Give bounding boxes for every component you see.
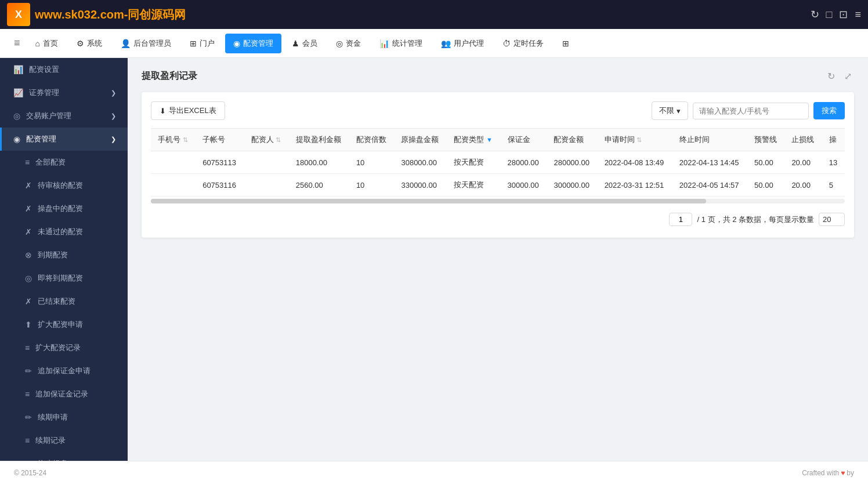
funds-icon: ◎	[336, 39, 343, 48]
sidebar-item-add-margin-records[interactable]: ≡ 追加保证金记录	[0, 383, 128, 406]
sidebar-allocation-mgmt-label: 配资管理	[26, 134, 56, 144]
securities-icon: 📈	[13, 88, 23, 97]
crafted-text: Crafted with	[802, 469, 839, 477]
nav-hamburger[interactable]: ≡	[9, 37, 25, 49]
stats-icon: 📊	[379, 39, 389, 48]
sidebar-item-renewal-records[interactable]: ≡ 续期记录	[0, 429, 128, 452]
refresh-page-icon[interactable]: ↻	[825, 70, 837, 83]
col-apply-time[interactable]: 申请时间 ⇅	[598, 129, 672, 151]
sidebar-item-trading[interactable]: ✗ 操盘中的配资	[0, 197, 128, 220]
nav-system-label: 系统	[87, 38, 102, 49]
toolbar-right: 不限 ▾ 搜索	[652, 101, 845, 120]
sidebar-item-stop-trading[interactable]: ⊣ 终止操盘	[0, 452, 128, 461]
col-leverage: 配资倍数	[349, 129, 395, 151]
search-input[interactable]	[693, 103, 809, 119]
sidebar-item-all-allocation[interactable]: ≡ 全部配资	[0, 151, 128, 174]
sidebar: 📊 配资设置 📈 证券管理 ❯ ◎ 交易账户管理 ❯ ◉ 配资管理 ❯ ≡ 全部…	[0, 58, 128, 461]
col-phone[interactable]: 手机号 ⇅	[151, 129, 196, 151]
scrollbar-thumb	[151, 199, 706, 203]
dropdown-arrow-icon: ▾	[677, 107, 681, 115]
table-cell: 330000.00	[394, 174, 447, 196]
page-size-input[interactable]	[819, 213, 845, 226]
nav-item-system[interactable]: ⚙ 系统	[68, 34, 110, 53]
table-cell	[151, 151, 196, 174]
pagination: / 1 页，共 2 条数据，每页显示数量	[151, 206, 845, 228]
export-excel-button[interactable]: ⬇ 导出EXCEL表	[151, 101, 225, 120]
refresh-icon[interactable]: ↻	[811, 8, 819, 21]
nav-item-home[interactable]: ⌂ 首页	[27, 34, 66, 53]
system-icon: ⚙	[77, 39, 84, 48]
sidebar-add-margin-records-label: 追加保证金记录	[35, 389, 88, 399]
sidebar-item-ended[interactable]: ✗ 已结束配资	[0, 290, 128, 313]
allocator-sort-icon: ⇅	[276, 136, 281, 143]
sidebar-item-expand-records[interactable]: ≡ 扩大配资记录	[0, 336, 128, 359]
nav-item-stats[interactable]: 📊 统计管理	[371, 34, 431, 53]
table-cell: 20.00	[784, 151, 822, 174]
sidebar-expand-records-label: 扩大配资记录	[35, 343, 81, 353]
sidebar-item-allocation-settings[interactable]: 📊 配资设置	[0, 58, 128, 81]
add-margin-app-icon: ✏	[25, 366, 32, 376]
nav-item-member[interactable]: ♟ 会员	[284, 34, 326, 53]
table-scroll-wrapper: 手机号 ⇅ 子帐号 配资人 ⇅ 提取盈利金额	[151, 128, 845, 206]
page-number-input[interactable]	[669, 213, 692, 226]
nav-item-admin[interactable]: 👤 后台管理员	[113, 34, 179, 53]
col-alloc-type[interactable]: 配资类型 ▼	[447, 129, 500, 151]
table-cell: 50.00	[747, 151, 784, 174]
screen-icon[interactable]: ⊡	[839, 8, 848, 21]
nav-funds-label: 资金	[346, 38, 361, 49]
horizontal-scrollbar[interactable]	[151, 199, 845, 203]
sidebar-item-expired[interactable]: ⊗ 到期配资	[0, 243, 128, 267]
sidebar-failed-label: 未通过的配资	[38, 227, 83, 237]
table-cell: 20.00	[784, 174, 822, 196]
page-title-bar: 提取盈利记录 ↻ ⤢	[142, 70, 854, 83]
expand-records-icon: ≡	[25, 343, 30, 352]
sidebar-trading-label: 操盘中的配资	[38, 203, 83, 214]
sidebar-item-expiring[interactable]: ◎ 即将到期配资	[0, 267, 128, 290]
filter-dropdown[interactable]: 不限 ▾	[652, 101, 688, 120]
nav-item-funds[interactable]: ◎ 资金	[328, 34, 369, 53]
nav-item-grid[interactable]: ⊞	[554, 34, 577, 53]
nav-item-portal[interactable]: ⊞ 门户	[182, 34, 223, 53]
search-button[interactable]: 搜索	[813, 102, 845, 119]
sidebar-item-pending[interactable]: ✗ 待审核的配资	[0, 174, 128, 197]
export-icon: ⬇	[160, 107, 166, 115]
nav-item-scheduled[interactable]: ⏱ 定时任务	[494, 34, 552, 53]
col-allocator[interactable]: 配资人 ⇅	[244, 129, 289, 151]
sidebar-item-renewal-app[interactable]: ✏ 续期申请	[0, 406, 128, 429]
col-profit-amount: 提取盈利金额	[289, 129, 349, 151]
toolbar-left: ⬇ 导出EXCEL表	[151, 101, 225, 120]
sidebar-item-trading-account[interactable]: ◎ 交易账户管理 ❯	[0, 104, 128, 128]
sidebar-item-expand-app[interactable]: ⬆ 扩大配资申请	[0, 313, 128, 336]
menu-icon[interactable]: ≡	[855, 9, 861, 21]
trading-account-arrow-icon: ❯	[111, 112, 116, 120]
sidebar-item-allocation-mgmt[interactable]: ◉ 配资管理 ❯	[0, 128, 128, 151]
col-alloc-amount: 配资金额	[547, 129, 597, 151]
main-card: ⬇ 导出EXCEL表 不限 ▾ 搜索	[142, 92, 854, 238]
table-row: 6075311318000.0010308000.00按天配资28000.002…	[151, 151, 845, 174]
table-cell: 308000.00	[394, 151, 447, 174]
sidebar-item-add-margin-app[interactable]: ✏ 追加保证金申请	[0, 359, 128, 383]
table-cell: 2022-03-31 12:51	[598, 174, 672, 196]
table-cell: 60753113	[196, 151, 244, 174]
user-agent-icon: 👥	[441, 39, 451, 48]
alloc-type-filter-icon: ▼	[486, 136, 493, 143]
by-text: by	[847, 469, 854, 477]
window-icon[interactable]: □	[826, 9, 833, 21]
content-area: 提取盈利记录 ↻ ⤢ ⬇ 导出EXCEL表 不限 ▾	[128, 58, 868, 461]
trading-icon: ✗	[25, 204, 32, 213]
renewal-app-icon: ✏	[25, 413, 32, 422]
pending-icon: ✗	[25, 181, 32, 190]
nav-item-allocation[interactable]: ◉ 配资管理	[225, 34, 281, 53]
heart-icon: ♥	[841, 469, 845, 477]
expand-page-icon[interactable]: ⤢	[842, 70, 854, 83]
sidebar-item-securities-mgmt[interactable]: 📈 证券管理 ❯	[0, 81, 128, 104]
sidebar-item-failed[interactable]: ✗ 未通过的配资	[0, 220, 128, 243]
nav-item-user-agent[interactable]: 👥 用户代理	[433, 34, 492, 53]
table-row: 607531162560.0010330000.00按天配资30000.0030…	[151, 174, 845, 196]
scheduled-icon: ⏱	[502, 39, 511, 48]
member-icon: ♟	[292, 39, 299, 48]
col-end-time: 终止时间	[672, 129, 747, 151]
sidebar-pending-label: 待审核的配资	[38, 180, 83, 191]
filter-label: 不限	[659, 105, 674, 116]
page-title: 提取盈利记录	[142, 70, 197, 82]
